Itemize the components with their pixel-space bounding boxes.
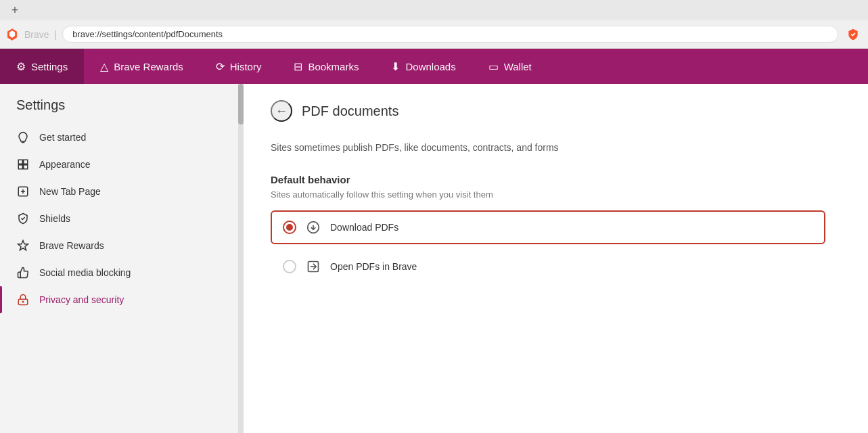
brave-rewards-nav-icon: △ bbox=[100, 60, 108, 73]
social-media-blocking-icon bbox=[16, 266, 30, 279]
default-behavior-title: Default behavior bbox=[271, 174, 825, 185]
back-button[interactable]: ← bbox=[271, 100, 292, 122]
new-tab-page-label: New Tab Page bbox=[39, 186, 101, 197]
settings-nav-icon: ⚙ bbox=[16, 60, 26, 73]
page-title: PDF documents bbox=[302, 104, 398, 119]
nav-bookmarks-label: Bookmarks bbox=[308, 61, 359, 72]
history-nav-icon: ⟳ bbox=[216, 60, 225, 73]
sidebar-item-get-started[interactable]: Get started bbox=[0, 124, 244, 151]
wallet-nav-icon: ▭ bbox=[488, 60, 499, 73]
nav-bar: ⚙ Settings △ Brave Rewards ⟳ History ⊟ B… bbox=[0, 49, 868, 84]
svg-rect-2 bbox=[24, 160, 28, 164]
sidebar-item-privacy-and-security[interactable]: Privacy and security bbox=[0, 286, 244, 313]
bookmarks-nav-icon: ⊟ bbox=[294, 60, 302, 73]
appearance-label: Appearance bbox=[39, 159, 91, 170]
svg-rect-4 bbox=[24, 165, 28, 169]
svg-rect-1 bbox=[18, 160, 22, 164]
address-bar-row: Brave | bbox=[0, 20, 868, 49]
get-started-icon bbox=[16, 131, 30, 144]
nav-item-settings[interactable]: ⚙ Settings bbox=[0, 49, 84, 84]
nav-settings-label: Settings bbox=[31, 61, 68, 72]
address-separator: Brave bbox=[24, 29, 49, 40]
download-icon bbox=[306, 220, 321, 235]
shields-icon bbox=[16, 212, 30, 225]
sidebar-title: Settings bbox=[0, 97, 244, 124]
brave-logo bbox=[5, 28, 19, 41]
sidebar-item-shields[interactable]: Shields bbox=[0, 205, 244, 232]
download-pdfs-label: Download PDFs bbox=[330, 222, 398, 233]
open-in-brave-icon bbox=[306, 259, 321, 274]
downloads-nav-icon: ⬇ bbox=[391, 60, 400, 73]
content-area: ← PDF documents Sites sometimes publish … bbox=[244, 84, 868, 433]
scrollbar-thumb[interactable] bbox=[238, 84, 244, 124]
shields-label: Shields bbox=[39, 213, 70, 224]
nav-brave-rewards-label: Brave Rewards bbox=[114, 61, 183, 72]
radio-circle-open bbox=[283, 260, 296, 273]
brave-rewards-label: Brave Rewards bbox=[39, 240, 104, 251]
brave-rewards-icon bbox=[16, 239, 30, 252]
privacy-security-label: Privacy and security bbox=[39, 294, 124, 305]
address-input[interactable] bbox=[62, 26, 838, 43]
nav-item-downloads[interactable]: ⬇ Downloads bbox=[375, 49, 472, 84]
nav-item-brave-rewards[interactable]: △ Brave Rewards bbox=[84, 49, 200, 84]
default-behavior-subtitle: Sites automatically follow this setting … bbox=[271, 189, 825, 200]
brave-shield-button[interactable] bbox=[844, 25, 863, 44]
radio-option-open-pdfs[interactable]: Open PDFs in Brave bbox=[271, 250, 825, 283]
svg-marker-8 bbox=[18, 241, 28, 250]
new-tab-page-icon bbox=[16, 185, 30, 198]
sidebar: Settings Get started Appearance bbox=[0, 84, 244, 433]
address-pipe: | bbox=[55, 29, 58, 40]
nav-item-wallet[interactable]: ▭ Wallet bbox=[472, 49, 548, 84]
social-media-blocking-label: Social media blocking bbox=[39, 267, 131, 278]
nav-item-bookmarks[interactable]: ⊟ Bookmarks bbox=[277, 49, 375, 84]
nav-history-label: History bbox=[230, 61, 262, 72]
sidebar-item-new-tab-page[interactable]: New Tab Page bbox=[0, 178, 244, 205]
top-bar: + bbox=[0, 0, 868, 20]
svg-point-10 bbox=[22, 301, 24, 302]
main-layout: Settings Get started Appearance bbox=[0, 84, 868, 433]
radio-circle-download bbox=[283, 221, 296, 234]
page-description: Sites sometimes publish PDFs, like docum… bbox=[271, 141, 825, 155]
content-inner: ← PDF documents Sites sometimes publish … bbox=[244, 84, 852, 305]
nav-item-history[interactable]: ⟳ History bbox=[200, 49, 278, 84]
appearance-icon bbox=[16, 158, 30, 171]
new-tab-button[interactable]: + bbox=[7, 2, 23, 18]
sidebar-item-social-media-blocking[interactable]: Social media blocking bbox=[0, 259, 244, 286]
nav-downloads-label: Downloads bbox=[405, 61, 455, 72]
sidebar-item-appearance[interactable]: Appearance bbox=[0, 151, 244, 178]
svg-rect-3 bbox=[18, 165, 22, 169]
privacy-security-icon bbox=[16, 293, 30, 306]
get-started-label: Get started bbox=[39, 132, 86, 143]
open-pdfs-label: Open PDFs in Brave bbox=[330, 261, 417, 272]
nav-wallet-label: Wallet bbox=[504, 61, 532, 72]
radio-option-download-pdfs[interactable]: Download PDFs bbox=[271, 210, 825, 244]
sidebar-item-brave-rewards[interactable]: Brave Rewards bbox=[0, 232, 244, 259]
page-header: ← PDF documents bbox=[271, 100, 825, 122]
